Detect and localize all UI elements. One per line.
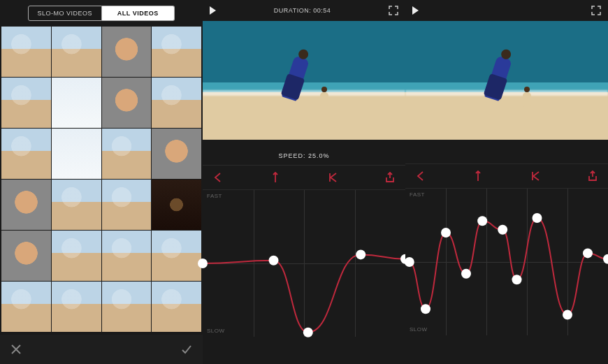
split-icon[interactable]: [270, 172, 281, 183]
close-icon[interactable]: [10, 343, 22, 356]
back-icon[interactable]: [212, 172, 224, 183]
tab-all-videos[interactable]: ALL VIDEOS: [102, 6, 175, 21]
video-thumbnail[interactable]: [52, 231, 101, 281]
video-thumbnail[interactable]: [152, 180, 201, 230]
speed-curve-editor[interactable]: FAST SLOW: [405, 189, 608, 335]
duration-value: 00:54: [313, 7, 331, 14]
speed-curve-svg[interactable]: [405, 189, 608, 335]
editor-panel-complex: FAST SLOW: [405, 0, 608, 364]
video-picker-panel: SLO-MO VIDEOS ALL VIDEOS: [0, 0, 203, 364]
video-source-tabs: SLO-MO VIDEOS ALL VIDEOS: [0, 0, 203, 27]
video-thumbnail[interactable]: [52, 282, 101, 332]
curve-node[interactable]: [498, 225, 507, 235]
video-thumbnail[interactable]: [152, 27, 201, 77]
video-thumbnail[interactable]: [52, 27, 101, 77]
editor-top-bar: [405, 0, 608, 21]
video-thumbnail-grid: [0, 27, 203, 332]
video-preview[interactable]: [203, 21, 405, 140]
curve-toolbar: [405, 163, 608, 189]
play-button[interactable]: [210, 6, 216, 15]
curve-node[interactable]: [269, 256, 279, 265]
video-thumbnail[interactable]: [1, 129, 51, 179]
skip-start-icon[interactable]: [530, 170, 541, 182]
curve-toolbar: [203, 165, 405, 190]
fullscreen-icon[interactable]: [591, 6, 601, 15]
curve-node[interactable]: [512, 275, 522, 284]
video-thumbnail[interactable]: [102, 180, 152, 230]
curve-node[interactable]: [603, 254, 608, 264]
video-thumbnail[interactable]: [1, 282, 51, 332]
speed-curve-svg[interactable]: [203, 190, 405, 337]
video-thumbnail[interactable]: [1, 180, 51, 230]
curve-node[interactable]: [356, 249, 365, 259]
share-icon[interactable]: [384, 172, 396, 183]
speed-label-text: SPEED:: [278, 152, 305, 159]
video-thumbnail[interactable]: [52, 180, 101, 230]
video-preview[interactable]: [405, 21, 608, 140]
curve-node[interactable]: [461, 269, 471, 279]
video-thumbnail[interactable]: [152, 78, 201, 128]
video-thumbnail[interactable]: [102, 129, 152, 179]
speed-display: SPEED: 25.0%: [203, 140, 405, 165]
confirm-icon[interactable]: [180, 343, 193, 356]
video-thumbnail[interactable]: [152, 282, 201, 332]
editor-top-bar: DURATION: 00:54: [203, 0, 405, 21]
curve-node[interactable]: [405, 257, 414, 267]
curve-node[interactable]: [583, 248, 593, 258]
video-thumbnail[interactable]: [1, 27, 51, 77]
skip-start-icon[interactable]: [327, 172, 338, 183]
picker-bottom-bar: [0, 335, 203, 364]
play-button[interactable]: [412, 6, 419, 15]
curve-node[interactable]: [198, 259, 208, 268]
duration-label: DURATION:: [274, 7, 311, 14]
curve-node[interactable]: [477, 216, 487, 226]
duration-display: DURATION: 00:54: [274, 7, 331, 14]
video-thumbnail[interactable]: [152, 231, 201, 281]
video-thumbnail[interactable]: [102, 27, 152, 77]
curve-node[interactable]: [563, 310, 572, 320]
video-thumbnail[interactable]: [52, 78, 101, 128]
curve-node[interactable]: [303, 328, 313, 337]
curve-node[interactable]: [421, 304, 430, 314]
split-icon[interactable]: [472, 170, 484, 182]
video-thumbnail[interactable]: [1, 78, 51, 128]
video-thumbnail[interactable]: [102, 282, 152, 332]
video-thumbnail[interactable]: [152, 129, 201, 179]
video-thumbnail[interactable]: [102, 231, 152, 281]
curve-node[interactable]: [441, 228, 451, 238]
share-icon[interactable]: [587, 170, 598, 182]
editor-panel-simple: DURATION: 00:54 SPEED: 25.0% FAST SLOW: [203, 0, 405, 364]
tab-slomo-videos[interactable]: SLO-MO VIDEOS: [28, 6, 102, 21]
video-thumbnail[interactable]: [102, 78, 152, 128]
speed-curve-editor[interactable]: FAST SLOW: [203, 190, 405, 337]
fullscreen-icon[interactable]: [389, 6, 398, 15]
video-thumbnail[interactable]: [52, 129, 101, 179]
back-icon[interactable]: [415, 170, 426, 182]
speed-value: 25.0%: [308, 152, 330, 159]
video-thumbnail[interactable]: [1, 231, 51, 281]
curve-node[interactable]: [533, 213, 542, 223]
